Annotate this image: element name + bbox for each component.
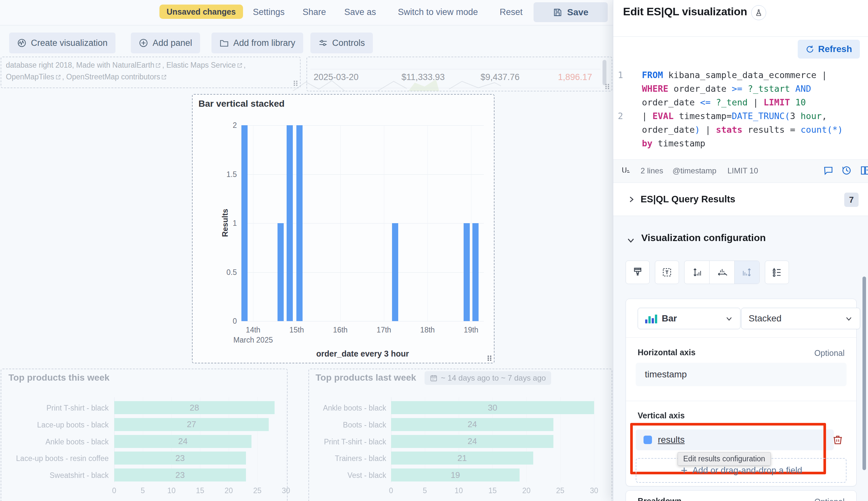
add-panel-button[interactable]: Add panel bbox=[131, 33, 200, 53]
flyout-scrollbar[interactable] bbox=[862, 277, 866, 470]
openmaptiles-link[interactable]: OpenMapTiles bbox=[6, 73, 54, 81]
x-tick-label: 0 bbox=[112, 486, 117, 495]
editor-footer: 2 lines @timestamp LIMIT 10 bbox=[613, 159, 868, 183]
save-as-link[interactable]: Save as bbox=[344, 7, 376, 17]
line-number bbox=[613, 96, 633, 109]
esql-query-results-accordion[interactable]: ES|QL Query Results bbox=[641, 194, 735, 205]
token-pl bbox=[710, 97, 716, 107]
this-week-chart: 051015202530Print T-shirt - black28Lace-… bbox=[1, 369, 287, 501]
token-pl: timestamp bbox=[653, 138, 706, 148]
panel-title: Bar vertical stacked bbox=[199, 98, 285, 109]
refresh-button[interactable]: Refresh bbox=[798, 40, 860, 58]
map-attribution: database right 2018, Made with NaturalEa… bbox=[6, 59, 246, 83]
query-history-icon[interactable] bbox=[841, 165, 852, 176]
stack-mode-dropdown[interactable]: Stacked bbox=[741, 308, 860, 329]
token-pl bbox=[790, 84, 795, 94]
plus-circle-icon bbox=[139, 38, 148, 48]
prettify-query-icon[interactable] bbox=[621, 165, 631, 175]
bar-chart-type-icon bbox=[645, 313, 657, 323]
x-gridline bbox=[340, 125, 341, 321]
value-label: 19 bbox=[451, 470, 460, 480]
text-labels-button[interactable] bbox=[655, 260, 679, 284]
results-dimension-link[interactable]: results bbox=[658, 435, 685, 445]
elastic-maps-service-link[interactable]: Elastic Maps Service bbox=[166, 61, 236, 69]
bar-vertical-stacked-panel[interactable]: Bar vertical stacked Results order_date … bbox=[192, 94, 494, 363]
x-tick-label: 15 bbox=[488, 486, 497, 495]
bar: 23 bbox=[114, 468, 246, 481]
divider bbox=[626, 401, 856, 401]
right-axis-button[interactable] bbox=[735, 261, 759, 284]
left-axis-icon bbox=[692, 267, 703, 278]
reset-link[interactable]: Reset bbox=[500, 7, 523, 17]
osm-contributors-link[interactable]: OpenStreetMap contributors bbox=[66, 73, 160, 81]
table-scrollbar[interactable] bbox=[602, 60, 607, 85]
folder-icon bbox=[219, 38, 229, 48]
chart-type-dropdown[interactable]: Bar bbox=[637, 308, 740, 329]
x-tick-label: 5 bbox=[141, 486, 145, 495]
x-gridline bbox=[286, 397, 286, 482]
resize-handle[interactable] bbox=[293, 81, 298, 86]
x-gridline bbox=[471, 125, 471, 321]
esql-code-editor[interactable]: 1FROM kibana_sample_data_ecommerce |WHER… bbox=[613, 68, 868, 150]
horizontal-axis-label: Horizontal axis bbox=[637, 348, 696, 357]
x-gridline bbox=[428, 125, 428, 321]
breakdown-optional: Optional bbox=[814, 497, 845, 501]
add-from-library-button[interactable]: Add from library bbox=[212, 33, 303, 53]
visualization-configuration-header[interactable]: Visualization configuration bbox=[641, 232, 766, 243]
category-label: Lace-up boots - black bbox=[1, 420, 109, 429]
x-tick-label: 5 bbox=[423, 486, 427, 495]
value-label: 30 bbox=[488, 403, 497, 413]
bar-chart-plot: Results order_date every 3 hour 21.510.5… bbox=[242, 125, 484, 321]
x-gridline bbox=[253, 125, 254, 321]
trash-icon bbox=[832, 434, 844, 446]
documentation-icon[interactable] bbox=[859, 165, 868, 176]
left-axis-button[interactable] bbox=[685, 261, 709, 284]
brush-icon bbox=[632, 267, 643, 278]
category-label: Print T-shirt - black bbox=[309, 438, 386, 446]
default-time-field: @timestamp bbox=[673, 166, 716, 175]
switch-to-view-mode-link[interactable]: Switch to view mode bbox=[398, 7, 478, 17]
y-tick-label: 1.5 bbox=[226, 170, 242, 179]
legend-icon bbox=[771, 267, 782, 278]
resize-handle[interactable] bbox=[605, 84, 610, 89]
create-visualization-button[interactable]: Create visualization bbox=[9, 33, 116, 53]
settings-link[interactable]: Settings bbox=[253, 7, 285, 17]
x-tick-label: 18th bbox=[420, 325, 435, 335]
chevron-down-icon bbox=[845, 315, 853, 322]
feedback-icon[interactable] bbox=[823, 165, 834, 176]
tech-preview-flask-icon[interactable] bbox=[751, 5, 766, 20]
controls-button[interactable]: Controls bbox=[310, 33, 373, 53]
style-brush-button[interactable] bbox=[625, 260, 650, 284]
y-tick-label: 1 bbox=[233, 219, 242, 228]
y-axis-title: Results bbox=[221, 190, 230, 255]
bottom-axis-button[interactable] bbox=[709, 261, 735, 284]
bar: 21 bbox=[391, 451, 533, 465]
flyout-title: Edit ES|QL visualization bbox=[623, 5, 747, 18]
editor-line: 1FROM kibana_sample_data_ecommerce | bbox=[613, 68, 868, 82]
chevron-down-icon[interactable] bbox=[626, 236, 635, 245]
bar bbox=[392, 223, 398, 321]
bar bbox=[464, 223, 470, 321]
vertical-axis-field[interactable]: results bbox=[636, 429, 834, 450]
limit-indicator: LIMIT 10 bbox=[727, 166, 758, 175]
x-tick-label: 15th bbox=[290, 325, 304, 335]
breakdown-label: Breakdown bbox=[637, 497, 682, 501]
token-pl: order_date bbox=[642, 97, 700, 107]
natural-earth-link[interactable]: Made with NaturalEarth bbox=[76, 61, 154, 69]
table-divider bbox=[310, 69, 601, 69]
bar: 24 bbox=[391, 435, 554, 448]
token-cmd: stats bbox=[716, 125, 742, 135]
delete-dimension-button[interactable] bbox=[830, 433, 845, 447]
horizontal-axis-optional: Optional bbox=[814, 349, 845, 358]
axis-settings-group bbox=[684, 260, 760, 284]
code-text: by timestamp bbox=[633, 137, 705, 150]
chevron-right-icon[interactable] bbox=[627, 195, 635, 204]
edit-esql-visualization-flyout: Edit ES|QL visualization Refresh 1FROM k… bbox=[613, 0, 868, 501]
share-link[interactable]: Share bbox=[302, 7, 326, 17]
legend-settings-button[interactable] bbox=[765, 260, 789, 284]
token-fn: count(*) bbox=[801, 125, 843, 135]
bar: 28 bbox=[114, 401, 275, 414]
resize-handle[interactable] bbox=[487, 355, 492, 361]
save-button[interactable]: Save bbox=[534, 2, 608, 22]
horizontal-axis-field[interactable]: timestamp bbox=[636, 363, 847, 386]
